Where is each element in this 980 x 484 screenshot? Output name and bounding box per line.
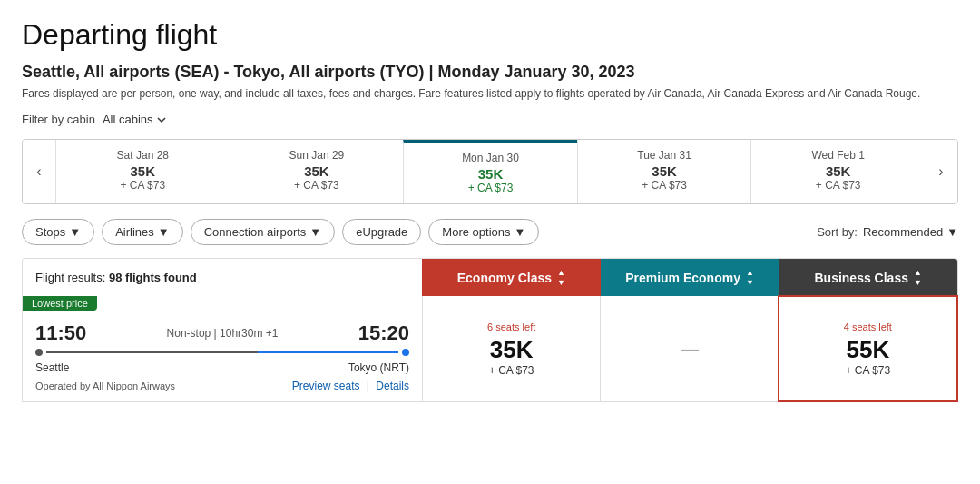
route-line <box>46 351 398 353</box>
date-label-4: Wed Feb 1 <box>759 149 917 162</box>
date-label-3: Tue Jan 31 <box>585 149 744 162</box>
date-points-1: 35K <box>238 163 397 179</box>
date-wed-feb1[interactable]: Wed Feb 1 35K + CA $73 <box>750 140 925 203</box>
connection-airports-filter-button[interactable]: Connection airports ▼ <box>191 219 336 245</box>
link-separator: | <box>367 380 369 392</box>
business-column-label: Business Class <box>814 271 908 285</box>
premium-price-cell[interactable]: — <box>600 296 778 401</box>
sortby-dropdown[interactable]: Recommended ▼ <box>863 225 958 239</box>
page-title: Departing flight <box>22 18 958 52</box>
flight-row: Lowest price 11:50 Non-stop | 10hr30m +1… <box>22 296 958 402</box>
date-nav: ‹ Sat Jan 28 35K + CA $73 Sun Jan 29 35K… <box>22 139 958 204</box>
cabin-value: All cabins <box>103 113 153 126</box>
date-points-4: 35K <box>759 163 917 179</box>
date-price-4: + CA $73 <box>759 179 917 192</box>
date-label-1: Sun Jan 29 <box>238 149 397 162</box>
date-price-0: + CA $73 <box>64 179 222 192</box>
flight-track <box>35 349 409 356</box>
depart-time: 11:50 <box>35 321 86 345</box>
business-price: + CA $73 <box>845 364 890 377</box>
dest-dot <box>402 349 409 356</box>
chevron-down-icon <box>157 115 166 124</box>
more-options-button[interactable]: More options ▼ <box>428 219 539 245</box>
connection-airports-chevron-icon: ▼ <box>309 225 321 239</box>
economy-points: 35K <box>490 336 534 364</box>
stops-chevron-icon: ▼ <box>69 225 81 239</box>
lowest-price-badge: Lowest price <box>23 296 97 311</box>
date-sun-jan29[interactable]: Sun Jan 29 35K + CA $73 <box>230 140 404 203</box>
economy-price: + CA $73 <box>489 364 534 377</box>
date-price-1: + CA $73 <box>238 179 397 192</box>
date-label-0: Sat Jan 28 <box>64 149 222 162</box>
premium-column-header[interactable]: Premium Economy ▲ ▼ <box>601 259 779 296</box>
date-mon-jan30[interactable]: Mon Jan 30 35K + CA $73 <box>403 140 577 203</box>
origin-city: Seattle <box>35 361 69 374</box>
business-points: 55K <box>846 336 889 364</box>
date-sat-jan28[interactable]: Sat Jan 28 35K + CA $73 <box>55 140 230 203</box>
airlines-label: Airlines <box>115 225 154 239</box>
preview-links: Preview seats | Details <box>292 380 409 392</box>
airlines-chevron-icon: ▼ <box>158 225 170 239</box>
fare-notice: Fares displayed are per person, one way,… <box>22 87 958 100</box>
economy-column-header[interactable]: Economy Class ▲ ▼ <box>422 259 601 296</box>
filter-cabin-label: Filter by cabin <box>22 113 95 126</box>
stops-label: Stops <box>35 225 65 239</box>
sortby-chevron-icon: ▼ <box>946 225 958 239</box>
airlines-filter-button[interactable]: Airlines ▼ <box>102 219 183 245</box>
date-points-2: 35K <box>411 166 570 182</box>
filter-cabin: Filter by cabin All cabins <box>22 113 958 126</box>
more-options-label: More options <box>442 225 510 239</box>
flight-info: Lowest price 11:50 Non-stop | 10hr30m +1… <box>23 296 422 401</box>
route-info: Seattle, All airports (SEA) - Tokyo, All… <box>22 63 958 82</box>
business-price-cell[interactable]: 4 seats left 55K + CA $73 <box>778 295 958 402</box>
sortby-value-text: Recommended <box>863 225 943 239</box>
eupgrade-button[interactable]: eUpgrade <box>342 219 421 245</box>
premium-sort-icon[interactable]: ▲ ▼ <box>746 268 754 287</box>
date-points-3: 35K <box>585 163 744 179</box>
filter-bar: Stops ▼ Airlines ▼ Connection airports ▼… <box>22 219 958 245</box>
flight-times: 11:50 Non-stop | 10hr30m +1 15:20 <box>35 321 409 345</box>
city-labels: Seattle Tokyo (NRT) <box>35 361 409 374</box>
results-header: Flight results: 98 flights found Economy… <box>22 258 958 296</box>
preview-seats-link[interactable]: Preview seats <box>292 380 360 392</box>
next-date-button[interactable]: › <box>925 140 957 203</box>
more-options-chevron-icon: ▼ <box>514 225 526 239</box>
dest-city: Tokyo (NRT) <box>348 361 409 374</box>
premium-unavail: — <box>681 339 699 360</box>
premium-column-label: Premium Economy <box>625 271 740 285</box>
business-column-header[interactable]: Business Class ▲ ▼ <box>779 259 957 296</box>
arrive-time: 15:20 <box>358 321 409 345</box>
connection-airports-label: Connection airports <box>204 225 307 239</box>
origin-dot <box>35 349 43 356</box>
economy-seats-left: 6 seats left <box>487 321 535 332</box>
business-sort-icon[interactable]: ▲ ▼ <box>914 268 922 287</box>
prev-date-button[interactable]: ‹ <box>23 140 55 203</box>
sortby-control: Sort by: Recommended ▼ <box>817 225 958 239</box>
stops-filter-button[interactable]: Stops ▼ <box>22 219 94 245</box>
date-label-2: Mon Jan 30 <box>411 152 570 164</box>
details-link[interactable]: Details <box>376 380 409 392</box>
sortby-label: Sort by: <box>817 225 858 239</box>
results-count: Flight results: 98 flights found <box>23 259 422 296</box>
business-seats-left: 4 seats left <box>844 321 892 332</box>
date-price-2: + CA $73 <box>411 182 570 194</box>
economy-price-cell[interactable]: 6 seats left 35K + CA $73 <box>422 296 600 401</box>
operator-text: Operated by All Nippon Airways <box>35 380 175 391</box>
date-price-3: + CA $73 <box>585 179 744 192</box>
economy-column-label: Economy Class <box>457 271 552 285</box>
flight-duration: Non-stop | 10hr30m +1 <box>86 327 358 340</box>
date-points-0: 35K <box>64 163 222 179</box>
date-tue-jan31[interactable]: Tue Jan 31 35K + CA $73 <box>577 140 751 203</box>
results-count-label: Flight results: <box>35 271 105 284</box>
cabin-dropdown[interactable]: All cabins <box>103 113 166 126</box>
results-count-value: 98 flights found <box>109 271 197 284</box>
economy-sort-icon[interactable]: ▲ ▼ <box>557 268 565 287</box>
